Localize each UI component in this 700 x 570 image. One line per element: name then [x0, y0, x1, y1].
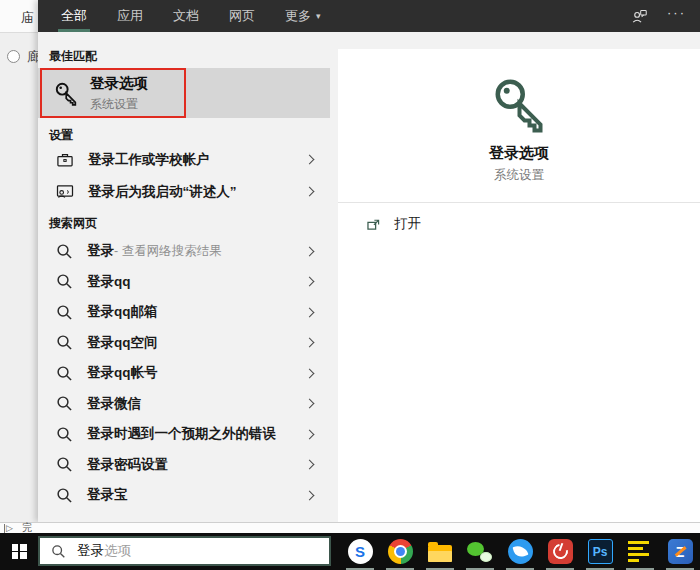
background-partial-text: 庙: [21, 9, 34, 27]
best-match-item[interactable]: 登录选项 系统设置: [38, 68, 330, 118]
search-results-list: 最佳匹配 登录选项 系统设置 设置 登录工作或学校帐户 登录后为我启动“讲述人”: [38, 32, 330, 522]
wechat-icon: [467, 539, 493, 565]
chevron-down-icon: ▾: [316, 11, 321, 21]
taskbar-app-photoshop[interactable]: Ps: [580, 533, 620, 570]
tab-documents[interactable]: 文档: [170, 0, 202, 32]
tab-all[interactable]: 全部: [58, 0, 90, 32]
preview-title: 登录选项: [338, 144, 700, 163]
search-icon: [56, 334, 73, 351]
search-flyout: 全部 应用 文档 网页 更多 ▾ ··· 最佳匹配 登录选项 系统设置: [38, 0, 700, 522]
taskbar-apps: S Ps Z: [340, 533, 700, 570]
search-icon: [51, 544, 66, 559]
section-search-web: 搜索网页: [49, 215, 97, 232]
taskbar-app-file-explorer[interactable]: [420, 533, 460, 570]
search-icon: [56, 365, 73, 382]
taskbar-app-netease-music[interactable]: [540, 533, 580, 570]
taskbar-app-chrome[interactable]: [380, 533, 420, 570]
settings-result-row[interactable]: 登录后为我启动“讲述人”: [38, 176, 330, 207]
web-suggestion-row[interactable]: 登录qq: [38, 267, 330, 298]
search-icon: [56, 304, 73, 321]
section-settings: 设置: [49, 127, 73, 144]
best-match-title: 登录选项: [90, 74, 148, 93]
search-typed-text: 登录: [77, 542, 104, 560]
chevron-right-icon[interactable]: [305, 307, 315, 317]
divider: [338, 202, 700, 203]
taskbar-search-input[interactable]: 登录 选项: [38, 536, 331, 566]
search-icon: [56, 426, 73, 443]
web-suggestion-row[interactable]: 登录qq空间: [38, 328, 330, 359]
play-icon: ▷: [4, 524, 13, 533]
z-app-icon: Z: [668, 539, 693, 564]
chrome-icon: [388, 539, 413, 564]
taskbar-app-z[interactable]: Z: [660, 533, 700, 570]
briefcase-icon: [55, 150, 75, 170]
best-match-subtitle: 系统设置: [90, 96, 148, 113]
web-suggestions: 登录 - 查看网络搜索结果 登录qq 登录qq邮箱 登录qq空间 登录qq帐号 …: [38, 236, 330, 511]
web-suggestion-row[interactable]: 登录qq帐号: [38, 358, 330, 389]
web-suggestion-row[interactable]: 登录宝: [38, 480, 330, 511]
sogou-icon: S: [348, 539, 373, 564]
search-icon: [56, 243, 73, 260]
chevron-right-icon[interactable]: [305, 368, 315, 378]
tab-more[interactable]: 更多 ▾: [282, 0, 324, 32]
tab-web[interactable]: 网页: [226, 0, 258, 32]
web-suggestion-row[interactable]: 登录 - 查看网络搜索结果: [38, 236, 330, 267]
chevron-right-icon[interactable]: [305, 460, 315, 470]
chevron-right-icon[interactable]: [305, 399, 315, 409]
chevron-right-icon[interactable]: [305, 155, 315, 165]
chevron-right-icon[interactable]: [305, 338, 315, 348]
chevron-right-icon[interactable]: [305, 246, 315, 256]
background-radio-button[interactable]: [7, 50, 20, 63]
tab-apps[interactable]: 应用: [114, 0, 146, 32]
background-window-titlebar: 庙: [0, 0, 38, 33]
preview-subtitle: 系统设置: [338, 167, 700, 184]
narrator-icon: [55, 182, 75, 202]
search-icon: [56, 487, 73, 504]
key-icon: [489, 73, 549, 133]
web-suggestion-row[interactable]: 登录时遇到一个预期之外的错误: [38, 419, 330, 450]
folder-icon: [428, 545, 452, 562]
web-suggestion-row[interactable]: 登录qq邮箱: [38, 297, 330, 328]
taskbar-app-wechat[interactable]: [460, 533, 500, 570]
yellow-lines-icon: [628, 539, 653, 564]
taskbar-app-sogou-browser[interactable]: S: [340, 533, 380, 570]
windows-search-screen: 庙 廊 全部 应用 文档 网页 更多 ▾ ··· 最佳匹配: [0, 0, 700, 570]
chevron-right-icon[interactable]: [305, 187, 315, 197]
ellipsis-menu-icon[interactable]: ···: [667, 8, 686, 24]
dingtalk-icon: [508, 539, 533, 564]
background-window: 庙 廊: [0, 0, 38, 522]
taskbar-app-dingtalk[interactable]: [500, 533, 540, 570]
web-suggestion-row[interactable]: 登录密码设置: [38, 450, 330, 481]
status-text: 完: [22, 523, 32, 533]
open-action[interactable]: 打开: [338, 209, 700, 239]
web-suggestion-row[interactable]: 登录微信: [38, 389, 330, 420]
preview-pane: 登录选项 系统设置 打开: [338, 49, 700, 522]
section-best-match: 最佳匹配: [49, 48, 97, 65]
windows-logo-icon: [12, 544, 27, 559]
search-tabs-header: 全部 应用 文档 网页 更多 ▾ ···: [38, 0, 700, 32]
search-suggestion-text: 选项: [104, 542, 131, 560]
chevron-right-icon[interactable]: [305, 277, 315, 287]
taskbar: 登录 选项 S Ps Z: [0, 533, 700, 570]
start-button[interactable]: [0, 533, 38, 570]
search-icon: [56, 456, 73, 473]
photoshop-icon: Ps: [588, 539, 613, 564]
taskbar-app-yellow-lines[interactable]: [620, 533, 660, 570]
feedback-person-icon[interactable]: [630, 7, 649, 26]
open-external-icon: [365, 216, 382, 233]
netease-music-icon: [548, 539, 573, 564]
chevron-right-icon[interactable]: [305, 429, 315, 439]
settings-result-row[interactable]: 登录工作或学校帐户: [38, 144, 330, 175]
search-icon: [56, 273, 73, 290]
key-icon: [53, 80, 79, 106]
search-icon: [56, 395, 73, 412]
background-status-strip: ▷ 完: [0, 522, 700, 533]
chevron-right-icon[interactable]: [305, 490, 315, 500]
